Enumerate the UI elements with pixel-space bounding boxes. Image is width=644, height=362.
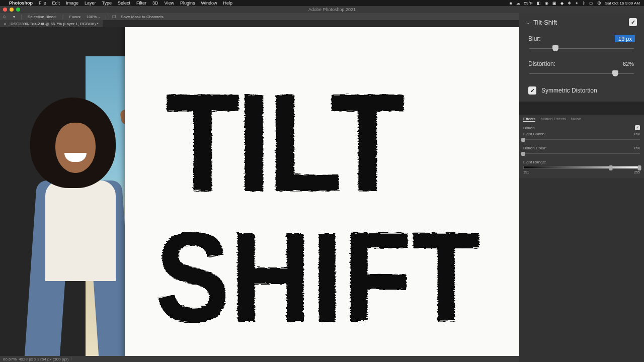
distortion-slider-thumb[interactable] [612, 70, 618, 76]
menu-3d[interactable]: 3D [152, 1, 158, 6]
menu-layer[interactable]: Layer [85, 1, 96, 6]
bokeh-color-value[interactable]: 0% [634, 146, 640, 150]
menubar-clock[interactable]: Sat Oct 16 9:09 AM [605, 1, 640, 6]
selection-bleed-label: Selection Bleed: [28, 15, 57, 19]
minimize-window-button[interactable] [10, 8, 14, 12]
tab-motion-effects[interactable]: Motion Effects [540, 117, 566, 122]
home-icon[interactable]: ⌂ [3, 14, 8, 19]
menu-file[interactable]: File [39, 1, 46, 6]
canvas-area[interactable]: TILT SHIFT [0, 27, 519, 356]
collapse-icon[interactable]: ⌵ [526, 20, 529, 25]
menubar-icon[interactable]: ◉ [545, 1, 548, 6]
menubar-icon[interactable]: ◧ [537, 1, 541, 6]
light-range-slider[interactable] [523, 166, 640, 169]
menu-image[interactable]: Image [66, 1, 78, 6]
menubar-icon[interactable]: ◆ [560, 1, 564, 6]
light-bokeh-value[interactable]: 0% [634, 132, 640, 136]
zoom-level[interactable]: 66.67% [3, 357, 17, 361]
close-window-button[interactable] [3, 8, 7, 12]
tilt-shift-enable-checkbox[interactable]: ✓ [629, 18, 637, 26]
document-tab[interactable]: × _DSC3890-Edit-2.tif @ 66.7% (Layer 1, … [0, 20, 103, 27]
status-bar: 66.67% 4928 px x 3264 px (300 ppi) 〉 [0, 356, 519, 362]
distortion-value-input[interactable]: 62% [615, 60, 635, 67]
symmetric-distortion-checkbox[interactable]: ✓ [528, 86, 536, 95]
menu-plugins[interactable]: Plugins [180, 1, 195, 6]
menubar-icon[interactable]: ❖ [568, 1, 571, 6]
light-range-label: Light Range: [523, 160, 546, 164]
app-name[interactable]: Photoshop [9, 1, 33, 6]
panel-empty-area [519, 178, 644, 362]
menubar-icon[interactable]: ✦ [575, 1, 579, 6]
bokeh-label: Bokeh [523, 126, 535, 130]
window-titlebar: Adobe Photoshop 2021 [0, 6, 644, 13]
title-text-line2: SHIFT [155, 204, 480, 350]
traffic-lights [3, 8, 20, 12]
light-range-lo-handle[interactable] [609, 165, 612, 170]
distortion-label: Distortion: [528, 60, 555, 67]
menubar-cloud-icon[interactable]: ☁ [516, 1, 520, 6]
focus-label: Focus: [69, 15, 82, 19]
light-bokeh-label: Light Bokeh: [523, 132, 545, 136]
close-tab-icon[interactable]: × [4, 22, 7, 26]
light-range-hi-handle[interactable] [638, 165, 641, 170]
title-text-line1: TILT [165, 62, 401, 221]
tab-noise[interactable]: Noise [571, 117, 581, 122]
status-menu-icon[interactable]: 〉 [70, 356, 74, 361]
menu-help[interactable]: Help [223, 1, 233, 6]
white-board: TILT SHIFT [125, 27, 519, 356]
menu-window[interactable]: Window [201, 1, 217, 6]
menubar-battery-icon[interactable]: ▭ [589, 1, 593, 6]
menubar-wifi-icon[interactable]: ⦿ [597, 1, 601, 6]
menu-select[interactable]: Select [118, 1, 130, 6]
window-title: Adobe Photoshop 2021 [20, 7, 644, 12]
menu-edit[interactable]: Edit [52, 1, 60, 6]
blur-slider[interactable] [529, 45, 634, 52]
menubar-bluetooth-icon[interactable]: ᛒ [583, 1, 585, 6]
light-bokeh-slider[interactable] [523, 137, 640, 142]
menu-filter[interactable]: Filter [136, 1, 146, 6]
menubar-icon[interactable]: ▣ [552, 1, 556, 6]
tool-preset-dropdown[interactable]: ▾ [13, 15, 15, 19]
light-range-lo[interactable]: 191 [523, 170, 529, 174]
bokeh-checkbox[interactable]: ✓ [635, 125, 640, 130]
document-tab-label: _DSC3890-Edit-2.tif @ 66.7% (Layer 1, RG… [9, 22, 99, 26]
menubar-video-icon[interactable]: ■ [510, 1, 512, 6]
bokeh-color-slider[interactable] [523, 151, 640, 156]
tab-effects[interactable]: Effects [523, 117, 535, 122]
right-panel-column: ⌵ Tilt-Shift ✓ Blur: 19 px Distortion: 6… [519, 13, 644, 362]
panel-gap [519, 102, 644, 115]
light-range-hi[interactable]: 255 [634, 170, 640, 174]
mac-menubar: Photoshop File Edit Image Layer Type Sel… [0, 0, 644, 6]
focus-value-dropdown[interactable]: 100% [87, 15, 100, 19]
menu-type[interactable]: Type [102, 1, 112, 6]
zoom-window-button[interactable] [16, 8, 20, 12]
effects-panel: Effects Motion Effects Noise Bokeh ✓ Lig… [519, 115, 644, 178]
menubar-weather[interactable]: 59°F [524, 1, 533, 6]
blur-label: Blur: [528, 35, 541, 42]
blur-value-input[interactable]: 19 px [615, 35, 635, 42]
tilt-shift-panel: ⌵ Tilt-Shift ✓ Blur: 19 px Distortion: 6… [519, 13, 644, 102]
document-dimensions[interactable]: 4928 px x 3264 px (300 ppi) [19, 357, 68, 361]
save-mask-checkbox-label[interactable]: Save Mask to Channels [121, 15, 164, 19]
blur-slider-thumb[interactable] [552, 45, 558, 51]
bokeh-color-label: Bokeh Color: [523, 146, 546, 150]
menu-view[interactable]: View [165, 1, 174, 6]
distortion-slider[interactable] [529, 70, 634, 77]
tilt-shift-title: Tilt-Shift [533, 19, 629, 26]
symmetric-distortion-label: Symmetric Distortion [541, 87, 597, 94]
